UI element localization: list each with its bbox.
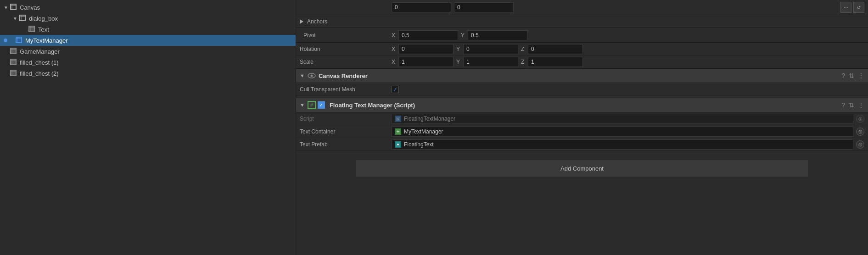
pivot-row: Pivot X Y [296, 28, 868, 43]
pivot-x-group: X [392, 30, 458, 40]
svg-rect-6 [29, 26, 34, 32]
floating-text-manager-title: Floating Text Manager (Script) [330, 102, 841, 109]
cube-icon-dialog-box [19, 15, 27, 22]
scale-fields: X Y Z [392, 57, 864, 67]
text-prefab-row: Text Prefab FloatingText ◎ [296, 138, 868, 151]
scale-y-input[interactable] [463, 57, 518, 67]
cube-icon-filled-chest-1 [10, 59, 17, 66]
cube-icon-gamemanager [10, 48, 17, 55]
tree-item-filled-chest-2[interactable]: ▶ filled_chest (2) [0, 68, 296, 79]
rotation-y-label: Y [456, 46, 462, 52]
gamemanager-label: GameManager [20, 48, 60, 55]
svg-rect-9 [16, 37, 22, 43]
pivot-x-label: X [392, 32, 397, 39]
text-container-target-btn[interactable]: ◎ [856, 128, 864, 136]
hierarchy-panel: ▼ Canvas ▼ dialog_box ▶ [0, 0, 296, 255]
text-container-field: MyTextManager [392, 127, 853, 137]
pivot-label: Pivot [303, 32, 316, 39]
dialog-box-label: dialog_box [29, 15, 58, 22]
cull-transparent-label: Cull Transparent Mesh [300, 86, 355, 93]
svg-rect-12 [11, 48, 16, 54]
rotation-fields: X Y Z [392, 44, 864, 54]
scale-z-input[interactable] [528, 57, 583, 67]
cube-icon-canvas [10, 4, 17, 11]
text-prefab-icon [395, 141, 401, 148]
add-component-button[interactable]: Add Component [356, 160, 808, 177]
text-prefab-target-btn[interactable]: ◎ [856, 140, 864, 149]
floating-text-enable-checkbox[interactable] [318, 101, 325, 109]
floating-text-manager-help[interactable]: ? [841, 101, 845, 109]
tree-item-text[interactable]: ▶ Text [0, 24, 296, 35]
cull-transparent-row: Cull Transparent Mesh [296, 83, 868, 96]
top-x-input[interactable] [392, 2, 451, 12]
floating-text-manager-actions: ? ⇅ ⋮ [841, 101, 864, 109]
svg-rect-15 [11, 59, 16, 65]
text-container-fields: MyTextManager ◎ [392, 127, 864, 137]
inspector-panel: ⋯ ↺ Anchors Pivot X Y [296, 0, 868, 255]
text-container-row: Text Container MyTextManager ◎ [296, 125, 868, 138]
canvas-renderer-help[interactable]: ? [841, 72, 845, 79]
tree-item-filled-chest-1[interactable]: ▶ filled_chest (1) [0, 57, 296, 68]
rotation-row: Rotation X Y Z [296, 43, 868, 55]
rotation-z-group: Z [521, 44, 583, 54]
script-label: Script [300, 116, 314, 122]
tree-item-dialog-box[interactable]: ▼ dialog_box [0, 13, 296, 24]
floating-text-manager-arrow[interactable]: ▼ [300, 102, 305, 108]
svg-point-22 [310, 75, 313, 77]
rotation-y-group: Y [456, 44, 518, 54]
cube-icon-mytextmanager [16, 37, 23, 44]
text-label: Text [38, 26, 49, 33]
canvas-label: Canvas [20, 4, 40, 11]
top-values-row: ⋯ ↺ [392, 2, 864, 13]
pivot-fields: X Y [392, 30, 864, 40]
canvas-renderer-actions: ? ⇅ ⋮ [841, 72, 864, 79]
expand-btn[interactable]: ⋯ [840, 2, 851, 13]
pivot-y-group: Y [461, 30, 527, 40]
pivot-x-input[interactable] [398, 30, 458, 40]
rotation-x-group: X [392, 44, 454, 54]
filled-chest-2-label: filled_chest (2) [20, 70, 59, 77]
scale-x-group: X [392, 57, 454, 67]
rotation-z-input[interactable] [528, 44, 583, 54]
cull-transparent-fields [392, 86, 864, 93]
scale-label: Scale [300, 59, 314, 65]
text-prefab-label: Text Prefab [300, 141, 328, 148]
canvas-renderer-menu[interactable]: ⋮ [858, 72, 864, 79]
text-prefab-fields: FloatingText ◎ [392, 139, 864, 150]
pivot-y-input[interactable] [468, 30, 527, 40]
hash-icon: # [308, 101, 316, 109]
mytextmanager-label: MyTextManager [25, 37, 67, 44]
script-target-btn[interactable]: ◎ [856, 115, 864, 123]
tree-item-mytextmanager[interactable]: ▶ MyTextManager [0, 35, 296, 46]
script-file-icon: S [395, 116, 401, 122]
scale-y-label: Y [456, 59, 462, 65]
script-field: S FloatingTextManager [392, 114, 853, 124]
floating-text-manager-settings[interactable]: ⇅ [849, 101, 854, 109]
script-fields: S FloatingTextManager ◎ [392, 114, 864, 124]
text-prefab-field: FloatingText [392, 139, 853, 150]
anchors-arrow[interactable] [300, 19, 303, 24]
canvas-renderer-settings[interactable]: ⇅ [849, 72, 854, 79]
top-y-input[interactable] [454, 2, 514, 12]
cull-transparent-checkbox[interactable] [392, 86, 399, 93]
rotation-x-input[interactable] [398, 44, 454, 54]
svg-text:S: S [397, 117, 399, 121]
anchors-row: Anchors [296, 15, 868, 28]
canvas-renderer-arrow[interactable]: ▼ [300, 73, 305, 78]
tree-item-gamemanager[interactable]: ▶ GameManager [0, 46, 296, 57]
arrow-dialog-box: ▼ [13, 16, 19, 21]
scale-x-label: X [392, 59, 397, 65]
text-prefab-value: FloatingText [404, 141, 434, 148]
tree-item-canvas[interactable]: ▼ Canvas [0, 2, 296, 13]
floating-text-manager-header: ▼ # Floating Text Manager (Script) ? ⇅ ⋮ [296, 98, 868, 112]
add-component-container: Add Component [296, 153, 868, 184]
reset-btn[interactable]: ↺ [853, 2, 864, 13]
rotation-y-input[interactable] [463, 44, 518, 54]
script-row: Script S FloatingTextManager ◎ [296, 112, 868, 125]
canvas-renderer-header: ▼ Canvas Renderer ? ⇅ ⋮ [296, 68, 868, 83]
filled-chest-1-label: filled_chest (1) [20, 59, 59, 66]
floating-text-manager-menu[interactable]: ⋮ [858, 101, 864, 109]
pivot-y-label: Y [461, 32, 466, 39]
scale-x-input[interactable] [398, 57, 454, 67]
svg-rect-18 [11, 70, 16, 76]
